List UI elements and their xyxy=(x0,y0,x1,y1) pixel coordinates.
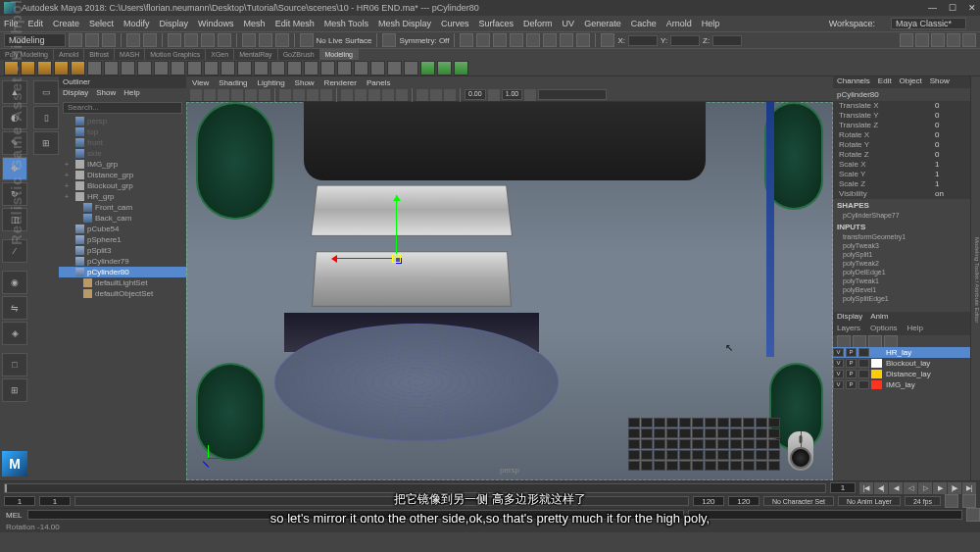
channel-attr-row[interactable]: Translate Y0 xyxy=(833,111,970,121)
layers-help-menu[interactable]: Help xyxy=(907,324,923,335)
account-icon[interactable] xyxy=(900,33,913,47)
fps-select[interactable]: 24 fps xyxy=(905,496,941,506)
hypershade-icon[interactable] xyxy=(526,33,540,47)
layers-layers-menu[interactable]: Layers xyxy=(837,324,860,335)
menu-generate[interactable]: Generate xyxy=(584,19,621,28)
vp-imageplane-icon[interactable] xyxy=(231,89,243,101)
shelf-button[interactable] xyxy=(71,61,85,75)
channel-attr-row[interactable]: Scale Z1 xyxy=(833,179,970,189)
ipr-icon[interactable] xyxy=(493,33,507,47)
channel-attr-row[interactable]: Rotate Y0 xyxy=(833,140,970,150)
y-field[interactable] xyxy=(670,35,700,46)
outliner-item[interactable]: +HR_grp xyxy=(59,191,186,202)
outliner-item[interactable]: Front_cam xyxy=(59,202,186,213)
menu-meshtools[interactable]: Mesh Tools xyxy=(324,19,368,28)
outliner-item[interactable]: pSphere1 xyxy=(59,234,186,245)
history-node[interactable]: polyBevel1 xyxy=(833,286,970,295)
channel-attr-row[interactable]: Translate X0 xyxy=(833,101,970,111)
menu-modify[interactable]: Modify xyxy=(123,19,150,28)
vp-use-lights-icon[interactable] xyxy=(382,89,394,101)
charset-select[interactable]: No Character Set xyxy=(763,496,834,506)
select-mask-icon[interactable] xyxy=(168,33,181,47)
shelf-tab[interactable]: GoZBrush xyxy=(278,49,320,60)
history-node[interactable]: polyTweak2 xyxy=(833,260,970,269)
maximize-button[interactable]: ☐ xyxy=(949,3,956,13)
shelf-button[interactable] xyxy=(37,61,52,75)
live-surface-icon[interactable] xyxy=(300,33,314,47)
history-node[interactable]: polyTweak1 xyxy=(833,277,970,286)
vp-filmgate-icon[interactable] xyxy=(293,89,305,101)
channel-attr-row[interactable]: Translate Z0 xyxy=(833,121,970,130)
outliner-item[interactable]: pSplit3 xyxy=(59,245,186,256)
save-scene-icon[interactable] xyxy=(102,33,116,47)
shelf-button[interactable] xyxy=(254,61,269,75)
vp-resolution-icon[interactable] xyxy=(307,89,318,101)
vp-grease-icon[interactable] xyxy=(259,89,270,101)
outliner-item[interactable]: +Distance_grp xyxy=(59,170,186,180)
vp-xray-icon[interactable] xyxy=(430,89,442,101)
outliner-item[interactable]: pCube54 xyxy=(59,224,186,234)
history-node[interactable]: polyTweak3 xyxy=(833,242,970,251)
shelf-button[interactable] xyxy=(121,61,135,75)
vp-isolate-icon[interactable] xyxy=(416,89,428,101)
cb-channels-tab[interactable]: Channels xyxy=(837,76,870,88)
outliner-item[interactable]: defaultLightSet xyxy=(59,277,186,288)
right-tab-strip[interactable]: Modeling Toolkit / Attribute Editor xyxy=(970,76,980,480)
cb-edit-tab[interactable]: Edit xyxy=(878,76,892,88)
select-object-icon[interactable] xyxy=(201,33,215,47)
vp-view-menu[interactable]: View xyxy=(192,78,209,87)
minimize-button[interactable]: — xyxy=(928,3,937,13)
menu-mesh[interactable]: Mesh xyxy=(244,19,266,28)
vp-renderer-menu[interactable]: Renderer xyxy=(324,78,357,87)
shelf-button[interactable] xyxy=(87,61,102,75)
rewind-button[interactable]: |◀ xyxy=(859,482,873,494)
vp-lighting-menu[interactable]: Lighting xyxy=(258,78,285,87)
shelf-button[interactable] xyxy=(204,61,219,75)
shelf-button[interactable] xyxy=(454,61,468,75)
outliner-item[interactable]: pCylinder79 xyxy=(59,256,186,267)
step-back-button[interactable]: ◀| xyxy=(874,482,888,494)
shelf-button[interactable] xyxy=(437,61,452,75)
menu-create[interactable]: Create xyxy=(53,19,79,28)
shelf-tab[interactable]: Arnold xyxy=(54,49,84,60)
toggle-outliner-icon[interactable] xyxy=(915,33,929,47)
shelf-button[interactable] xyxy=(270,61,285,75)
shelf-button[interactable] xyxy=(404,61,418,75)
manip-y-axis[interactable] xyxy=(396,195,397,254)
prev-key-button[interactable]: ◀ xyxy=(889,482,903,494)
playblast-icon[interactable] xyxy=(560,33,573,47)
move-manipulator[interactable] xyxy=(392,254,402,264)
shelf-button[interactable] xyxy=(354,61,368,75)
range-start-field[interactable]: 1 xyxy=(39,496,71,506)
shelf-button[interactable] xyxy=(220,61,235,75)
layer-row[interactable]: VPHR_lay xyxy=(833,347,970,358)
render-icon[interactable] xyxy=(476,33,490,47)
undo-icon[interactable] xyxy=(126,33,140,47)
soft-select-icon[interactable]: ◉ xyxy=(2,271,27,294)
shelf-tab[interactable]: Bifrost xyxy=(84,49,115,60)
shelf-button[interactable] xyxy=(304,61,318,75)
menu-curves[interactable]: Curves xyxy=(441,19,469,28)
channel-attr-row[interactable]: Rotate X0 xyxy=(833,130,970,140)
outliner-item[interactable]: +IMG_grp xyxy=(59,159,186,170)
layout-two-icon[interactable]: ▯ xyxy=(33,106,59,129)
animlayer-select[interactable]: No Anim Layer xyxy=(838,496,901,506)
render-sequence-icon[interactable] xyxy=(576,33,590,47)
next-key-button[interactable]: ▶ xyxy=(933,482,947,494)
range-track[interactable] xyxy=(74,496,689,506)
outliner-item[interactable]: side xyxy=(59,148,186,159)
outliner-tree[interactable]: persptopfrontside+IMG_grp+Distance_grp+B… xyxy=(59,116,186,480)
single-pane-icon[interactable]: □ xyxy=(2,353,27,376)
cb-shape-name[interactable]: pCylinderShape77 xyxy=(833,212,970,221)
anim-end-field[interactable]: 120 xyxy=(728,496,760,506)
menu-meshdisplay[interactable]: Mesh Display xyxy=(378,19,431,28)
vp-lock-cam-icon[interactable] xyxy=(204,89,216,101)
script-editor-icon[interactable] xyxy=(966,508,980,522)
x-field[interactable] xyxy=(628,35,658,46)
shelf-tab[interactable]: MASH xyxy=(115,49,145,60)
vp-gatefit-icon[interactable] xyxy=(320,89,332,101)
snap-point-icon[interactable] xyxy=(275,33,289,47)
shelf-button[interactable] xyxy=(320,61,335,75)
prefs-icon[interactable] xyxy=(962,494,976,508)
outliner-show-menu[interactable]: Show xyxy=(96,88,116,100)
